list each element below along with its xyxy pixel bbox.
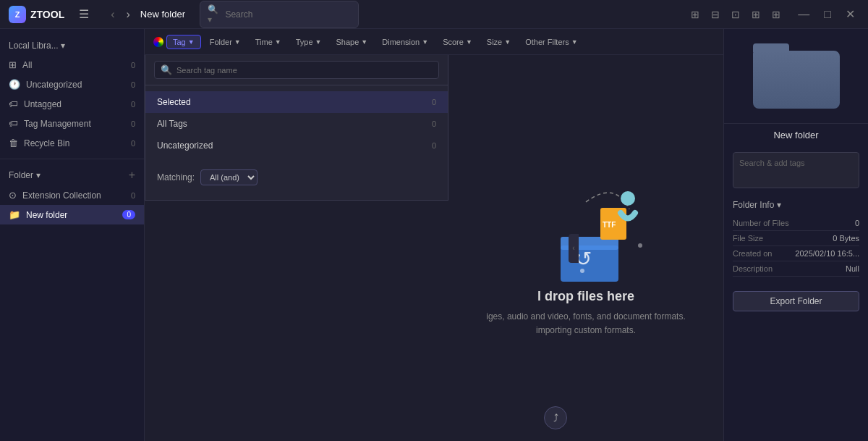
add-folder-button[interactable]: + <box>129 169 135 181</box>
tag-search-icon: 🔍 <box>161 64 172 75</box>
folder-name-label: New folder <box>724 124 868 146</box>
rainbow-icon <box>153 37 163 47</box>
tag-search-wrap: 🔍 <box>154 61 439 79</box>
search-bar: 🔍▾ <box>200 1 359 28</box>
search-icon: 🔍▾ <box>208 4 221 25</box>
folder-body <box>753 51 840 109</box>
tag-filter-label: Tag <box>173 38 186 46</box>
panel-collapse-handle[interactable]: ‹ <box>569 234 579 263</box>
view-toggle-2[interactable]: ⊟ <box>710 7 721 22</box>
right-panel: New folder Search & add tags Folder Info… <box>723 29 868 441</box>
folder-filter-chevron: ▼ <box>234 38 241 46</box>
maximize-button[interactable]: □ <box>820 7 835 22</box>
minimize-button[interactable]: — <box>793 7 814 22</box>
back-button[interactable]: ‹ <box>106 7 119 22</box>
tag-search-input[interactable] <box>176 66 433 75</box>
tag-item-uncategorized[interactable]: Uncategorized 0 <box>145 135 448 156</box>
tags-input-area[interactable]: Search & add tags <box>733 152 859 188</box>
tag-item-selected[interactable]: Selected 0 <box>145 91 448 113</box>
filter-bar: Tag ▼ Folder ▼ Time ▼ Type ▼ Shape ▼ Dim… <box>145 29 723 55</box>
score-filter-button[interactable]: Score ▼ <box>437 35 478 49</box>
search-input[interactable] <box>225 9 351 20</box>
other-filters-chevron: ▼ <box>571 38 578 46</box>
shape-filter-button[interactable]: Shape ▼ <box>331 35 374 49</box>
folder-section-header: Folder ▾ + <box>0 165 144 185</box>
folder-icon-large <box>753 43 840 109</box>
info-created-value: 2025/02/10 16:5... <box>795 249 859 258</box>
forward-button[interactable]: › <box>122 7 135 22</box>
info-row-description: Description Null <box>733 261 859 277</box>
folder-info-label: Folder Info <box>733 200 774 210</box>
tag-item-all-tags[interactable]: All Tags 0 <box>145 113 448 135</box>
type-filter-button[interactable]: Type ▼ <box>290 35 328 49</box>
tag-item-all-tags-label: All Tags <box>157 119 187 129</box>
sidebar-item-extension-collection-count: 0 <box>131 191 135 200</box>
matching-row: Matching: All (and) <box>145 162 448 188</box>
time-filter-button[interactable]: Time ▼ <box>250 35 287 49</box>
size-filter-label: Size <box>487 38 502 46</box>
sidebar-item-tag-management-label: Tag Management <box>24 119 91 129</box>
matching-select[interactable]: All (and) <box>200 169 258 185</box>
extension-collection-icon: ⊙ <box>9 190 17 201</box>
size-filter-chevron: ▼ <box>504 38 511 46</box>
sidebar-item-all-count: 0 <box>131 61 135 70</box>
tag-filter-button[interactable]: Tag ▼ <box>166 35 201 49</box>
sidebar-item-extension-collection[interactable]: ⊙ Extension Collection 0 <box>0 185 144 205</box>
titlebar: Z ZTOOL ☰ ‹ › New folder 🔍▾ ⊞ ⊟ ⊡ ⊞ ⊞ — … <box>0 0 868 29</box>
other-filters-button[interactable]: Other Filters ▼ <box>519 35 583 49</box>
library-selector[interactable]: Local Libra... ▾ <box>0 36 144 55</box>
folder-info-header: Folder Info ▾ <box>733 200 859 210</box>
sidebar-item-all-label: All <box>22 60 32 70</box>
info-row-size: File Size 0 Bytes <box>733 231 859 246</box>
view-toggle-1[interactable]: ⊞ <box>689 7 701 22</box>
shape-filter-label: Shape <box>336 38 359 46</box>
info-description-label: Description <box>733 264 773 273</box>
info-files-value: 0 <box>855 219 859 227</box>
sidebar-item-untagged[interactable]: 🏷 Untagged 0 <box>0 94 144 114</box>
sidebar-item-uncategorized-count: 0 <box>131 80 135 89</box>
breadcrumb: New folder <box>140 9 185 20</box>
share-button[interactable]: ⤴ <box>544 406 567 429</box>
close-button[interactable]: ✕ <box>841 6 859 22</box>
untagged-icon: 🏷 <box>9 98 18 109</box>
sidebar-item-extension-collection-label: Extension Collection <box>22 190 101 201</box>
time-filter-label: Time <box>255 38 273 46</box>
dimension-filter-button[interactable]: Dimension ▼ <box>376 35 434 49</box>
sidebar-item-all[interactable]: ⊞ All 0 <box>0 55 144 75</box>
sidebar-item-tag-management[interactable]: 🏷 Tag Management 0 <box>0 114 144 133</box>
tag-panel: 🔍 Selected 0 All Tags 0 Uncategorized <box>145 55 448 201</box>
sidebar-item-untagged-label: Untagged <box>24 99 61 109</box>
sidebar-item-new-folder-count: 0 <box>122 210 135 219</box>
menu-toggle-button[interactable]: ☰ <box>76 4 92 24</box>
sidebar-item-uncategorized[interactable]: 🕐 Uncategorized 0 <box>0 75 144 94</box>
info-description-value: Null <box>846 264 859 273</box>
shape-filter-chevron: ▼ <box>361 38 367 46</box>
drop-area: ↺ TTF l drop files here <box>448 55 723 441</box>
sidebar-item-new-folder[interactable]: 📁 New folder 0 <box>0 205 144 224</box>
size-filter-button[interactable]: Size ▼ <box>481 35 516 49</box>
sidebar-item-uncategorized-label: Uncategorized <box>26 80 82 90</box>
type-filter-chevron: ▼ <box>315 38 322 46</box>
main-layout: Local Libra... ▾ ⊞ All 0 🕐 Uncategorized… <box>0 29 868 441</box>
tags-placeholder: Search & add tags <box>739 159 805 167</box>
library-label: Local Libra... ▾ <box>9 41 65 51</box>
folder-filter-button[interactable]: Folder ▼ <box>204 35 247 49</box>
sidebar: Local Libra... ▾ ⊞ All 0 🕐 Uncategorized… <box>0 29 145 441</box>
view-toggle-3[interactable]: ⊡ <box>730 7 741 22</box>
view-toggle-4[interactable]: ⊞ <box>750 7 762 22</box>
svg-point-5 <box>621 191 635 206</box>
info-size-label: File Size <box>733 234 763 243</box>
content-area: Tag ▼ Folder ▼ Time ▼ Type ▼ Shape ▼ Dim… <box>145 29 723 441</box>
sidebar-item-untagged-count: 0 <box>131 100 135 109</box>
sidebar-item-tag-management-count: 0 <box>131 119 135 128</box>
new-folder-icon: 📁 <box>9 209 20 220</box>
recycle-bin-icon: 🗑 <box>9 138 18 148</box>
sidebar-item-recycle-bin[interactable]: 🗑 Recycle Bin 0 <box>0 133 144 153</box>
uncategorized-icon: 🕐 <box>9 79 20 90</box>
tag-search-container: 🔍 <box>145 55 448 85</box>
folder-section-label: Folder ▾ <box>9 170 41 180</box>
export-folder-button[interactable]: Export Folder <box>733 291 859 311</box>
view-toggle-5[interactable]: ⊞ <box>770 7 782 22</box>
svg-text:TTF: TTF <box>603 221 616 229</box>
tag-filter-icon-group <box>153 37 163 47</box>
